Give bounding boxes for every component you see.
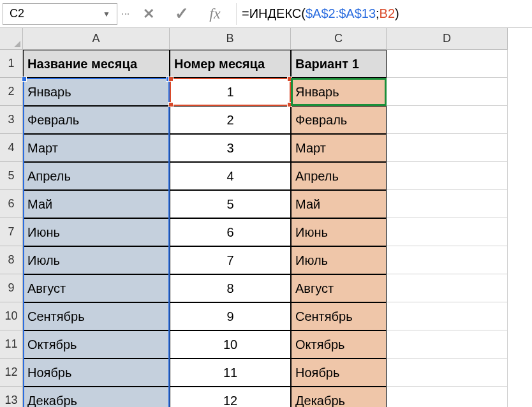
row-header-1[interactable]: 1 <box>0 50 23 78</box>
row-header-7[interactable]: 7 <box>0 218 23 246</box>
cell-B5[interactable]: 4 <box>170 162 291 190</box>
cell-D2[interactable] <box>387 78 508 106</box>
formula-text: =ИНДЕКС($A$2:$A$13;B2) <box>242 6 399 21</box>
cell-D12[interactable] <box>387 359 508 387</box>
cell-A13[interactable]: Декабрь <box>23 387 170 407</box>
cell-C3[interactable]: Февраль <box>291 106 387 134</box>
cell-B10[interactable]: 9 <box>170 302 291 330</box>
cell-D10[interactable] <box>387 302 508 330</box>
cell-B3[interactable]: 2 <box>170 106 291 134</box>
cell-A12[interactable]: Ноябрь <box>23 359 170 387</box>
cell-D9[interactable] <box>387 274 508 302</box>
cell-C9[interactable]: Август <box>291 274 387 302</box>
cell-D4[interactable] <box>387 134 508 162</box>
row-header-5[interactable]: 5 <box>0 162 23 190</box>
row-header-11[interactable]: 11 <box>0 330 23 359</box>
cell-A2[interactable]: Январь <box>23 78 170 106</box>
row-header-12[interactable]: 12 <box>0 359 23 387</box>
col-header-A[interactable]: A <box>23 28 170 50</box>
confirm-button[interactable]: ✓ <box>166 3 198 25</box>
formula-bar: C2 ▼ ⋮ ✕ ✓ fx =ИНДЕКС($A$2:$A$13;B2) <box>0 0 532 28</box>
name-box-value: C2 <box>10 7 24 20</box>
cell-D13[interactable] <box>387 387 508 407</box>
cell-D6[interactable] <box>387 190 508 218</box>
cell-B8[interactable]: 7 <box>170 246 291 274</box>
cell-B11[interactable]: 10 <box>170 330 291 359</box>
fx-icon: fx <box>209 5 220 22</box>
row-header-6[interactable]: 6 <box>0 190 23 218</box>
name-box-dropdown-icon[interactable]: ▼ <box>103 10 110 18</box>
row-header-3[interactable]: 3 <box>0 106 23 134</box>
cell-A3[interactable]: Февраль <box>23 106 170 134</box>
cell-D1[interactable] <box>387 50 508 78</box>
cell-B13[interactable]: 12 <box>170 387 291 407</box>
row-header-4[interactable]: 4 <box>0 134 23 162</box>
cell-C11[interactable]: Октябрь <box>291 330 387 359</box>
cell-B6[interactable]: 5 <box>170 190 291 218</box>
cell-A5[interactable]: Апрель <box>23 162 170 190</box>
name-box[interactable]: C2 ▼ <box>3 3 117 25</box>
confirm-icon: ✓ <box>175 4 189 24</box>
cell-C8[interactable]: Июль <box>291 246 387 274</box>
cell-D5[interactable] <box>387 162 508 190</box>
cell-A4[interactable]: Март <box>23 134 170 162</box>
cell-C1[interactable]: Вариант 1 <box>291 50 387 78</box>
cell-B9[interactable]: 8 <box>170 274 291 302</box>
row-header-8[interactable]: 8 <box>0 246 23 274</box>
formula-bar-grip[interactable]: ⋮ <box>119 10 131 18</box>
cell-B1[interactable]: Номер месяца <box>170 50 291 78</box>
cell-D8[interactable] <box>387 246 508 274</box>
cell-B4[interactable]: 3 <box>170 134 291 162</box>
col-header-B[interactable]: B <box>170 28 291 50</box>
cell-B12[interactable]: 11 <box>170 359 291 387</box>
cancel-button[interactable]: ✕ <box>133 3 165 25</box>
cell-A6[interactable]: Май <box>23 190 170 218</box>
grid: A B C D Название месяца Номер месяца Вар… <box>23 28 508 407</box>
cell-B7[interactable]: 6 <box>170 218 291 246</box>
col-header-C[interactable]: C <box>291 28 387 50</box>
select-all-corner[interactable] <box>0 28 23 50</box>
row-header-9[interactable]: 9 <box>0 274 23 302</box>
cell-D11[interactable] <box>387 330 508 359</box>
cell-A10[interactable]: Сентябрь <box>23 302 170 330</box>
cell-D7[interactable] <box>387 218 508 246</box>
cell-C13[interactable]: Декабрь <box>291 387 387 407</box>
cell-A9[interactable]: Август <box>23 274 170 302</box>
cell-A8[interactable]: Июль <box>23 246 170 274</box>
col-header-D[interactable]: D <box>387 28 508 50</box>
cell-B2[interactable]: 1 <box>170 78 291 106</box>
row-header-2[interactable]: 2 <box>0 78 23 106</box>
cell-A1[interactable]: Название месяца <box>23 50 170 78</box>
formula-input[interactable]: =ИНДЕКС($A$2:$A$13;B2) <box>236 3 529 25</box>
cell-C12[interactable]: Ноябрь <box>291 359 387 387</box>
cell-C6[interactable]: Май <box>291 190 387 218</box>
cell-A11[interactable]: Октябрь <box>23 330 170 359</box>
cell-C5[interactable]: Апрель <box>291 162 387 190</box>
cell-C4[interactable]: Март <box>291 134 387 162</box>
sheet-area: 1 2 3 4 5 6 7 8 9 10 11 12 13 A B C D На… <box>0 28 532 407</box>
cell-A7[interactable]: Июнь <box>23 218 170 246</box>
cell-D3[interactable] <box>387 106 508 134</box>
cell-C7[interactable]: Июнь <box>291 218 387 246</box>
cancel-icon: ✕ <box>143 6 154 22</box>
row-header-13[interactable]: 13 <box>0 387 23 407</box>
cell-C2[interactable]: Январь <box>291 78 387 106</box>
row-header-10[interactable]: 10 <box>0 302 23 330</box>
cell-C10[interactable]: Сентябрь <box>291 302 387 330</box>
fx-button[interactable]: fx <box>199 3 231 25</box>
